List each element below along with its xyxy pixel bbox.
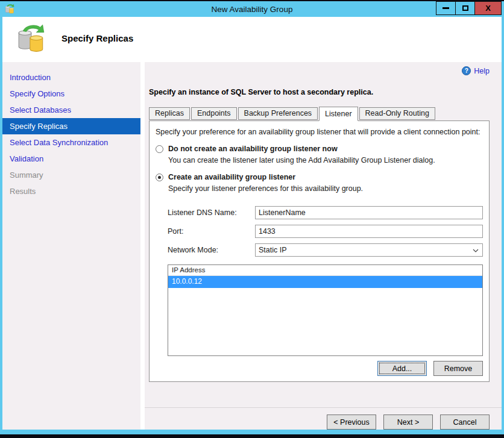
option-create-listener-label: Create an availability group listener — [168, 173, 295, 181]
tab-read-only-routing[interactable]: Read-Only Routing — [359, 107, 435, 120]
wizard-footer: < Previous Next > Cancel — [145, 407, 502, 430]
page-title: Specify Replicas — [61, 33, 133, 43]
sidebar-item-summary: Summary — [2, 167, 140, 183]
network-mode-label: Network Mode: — [168, 246, 255, 254]
network-mode-value: Static IP — [259, 246, 287, 254]
window-title: New Availability Group — [2, 5, 502, 14]
listener-form: Listener DNS Name: Port: Network Mode: — [168, 206, 483, 262]
option-create-listener[interactable]: Create an availability group listener — [156, 173, 483, 181]
sidebar-item-introduction[interactable]: Introduction — [2, 69, 140, 86]
dns-name-row: Listener DNS Name: — [168, 206, 483, 219]
network-mode-select[interactable]: Static IP — [255, 243, 483, 257]
sidebar-item-select-data-synchronization[interactable]: Select Data Synchronization — [2, 134, 140, 151]
remove-button[interactable]: Remove — [433, 361, 483, 376]
wizard-steps-sidebar: Introduction Specify Options Select Data… — [2, 62, 140, 430]
sidebar-item-results: Results — [2, 183, 140, 199]
close-icon: X — [485, 4, 491, 13]
instruction-text: Specify an instance of SQL Server to hos… — [149, 88, 490, 96]
sidebar-item-specify-replicas[interactable]: Specify Replicas — [2, 118, 140, 134]
option-no-listener-sub: You can create the listener later using … — [168, 156, 483, 164]
list-actions: Add... Remove — [168, 361, 483, 376]
network-mode-row: Network Mode: Static IP — [168, 243, 483, 257]
help-link[interactable]: ? Help — [462, 66, 490, 75]
port-label: Port: — [168, 227, 255, 236]
window-controls: X — [436, 1, 502, 15]
sidebar-item-specify-options[interactable]: Specify Options — [2, 86, 140, 102]
help-label: Help — [474, 67, 490, 75]
main-pane: ? Help Specify an instance of SQL Server… — [145, 62, 502, 430]
dialog-body: Specify Replicas Introduction Specify Op… — [2, 17, 502, 430]
tab-replicas[interactable]: Replicas — [149, 107, 190, 120]
tab-strip: Replicas Endpoints Backup Preferences Li… — [149, 105, 502, 120]
radio-create-listener[interactable] — [156, 174, 163, 181]
database-sync-icon — [17, 23, 47, 53]
minimize-button[interactable] — [436, 1, 456, 15]
minimize-icon — [443, 7, 449, 9]
chevron-down-icon — [473, 249, 479, 252]
next-button[interactable]: Next > — [383, 415, 433, 430]
tab-listener[interactable]: Listener — [319, 107, 358, 121]
sidebar-item-validation[interactable]: Validation — [2, 151, 140, 167]
wizard-header: Specify Replicas — [2, 17, 502, 59]
content-row: Introduction Specify Options Select Data… — [2, 59, 502, 430]
close-button[interactable]: X — [474, 1, 502, 15]
listener-tab-panel: Specify your preference for an availabil… — [149, 120, 490, 382]
port-input[interactable] — [255, 225, 483, 238]
title-bar[interactable]: New Availability Group X — [2, 1, 502, 17]
dialog-window: New Availability Group X Specify Replica… — [0, 1, 504, 434]
ip-address-list[interactable]: IP Address 10.0.0.12 — [168, 264, 483, 356]
sidebar-item-select-databases[interactable]: Select Databases — [2, 102, 140, 118]
option-no-listener-label: Do not create an availability group list… — [168, 145, 338, 153]
tab-backup-preferences[interactable]: Backup Preferences — [238, 107, 318, 120]
add-button[interactable]: Add... — [377, 361, 427, 376]
option-no-listener[interactable]: Do not create an availability group list… — [156, 145, 483, 153]
option-create-listener-sub: Specify your listener preferences for th… — [168, 184, 483, 193]
dns-name-label: Listener DNS Name: — [168, 208, 255, 217]
radio-no-listener[interactable] — [156, 145, 163, 153]
ip-address-column-header: IP Address — [168, 265, 482, 276]
port-row: Port: — [168, 225, 483, 238]
dns-name-input[interactable] — [255, 206, 483, 219]
help-icon: ? — [462, 66, 471, 75]
maximize-icon — [462, 5, 468, 11]
maximize-button[interactable] — [455, 1, 475, 15]
list-item[interactable]: 10.0.0.12 — [168, 276, 482, 288]
tab-endpoints[interactable]: Endpoints — [191, 107, 237, 120]
previous-button[interactable]: < Previous — [327, 415, 376, 430]
screen: New Availability Group X Specify Replica… — [0, 0, 504, 438]
listener-description: Specify your preference for an availabil… — [156, 128, 483, 136]
cancel-button[interactable]: Cancel — [440, 415, 490, 430]
